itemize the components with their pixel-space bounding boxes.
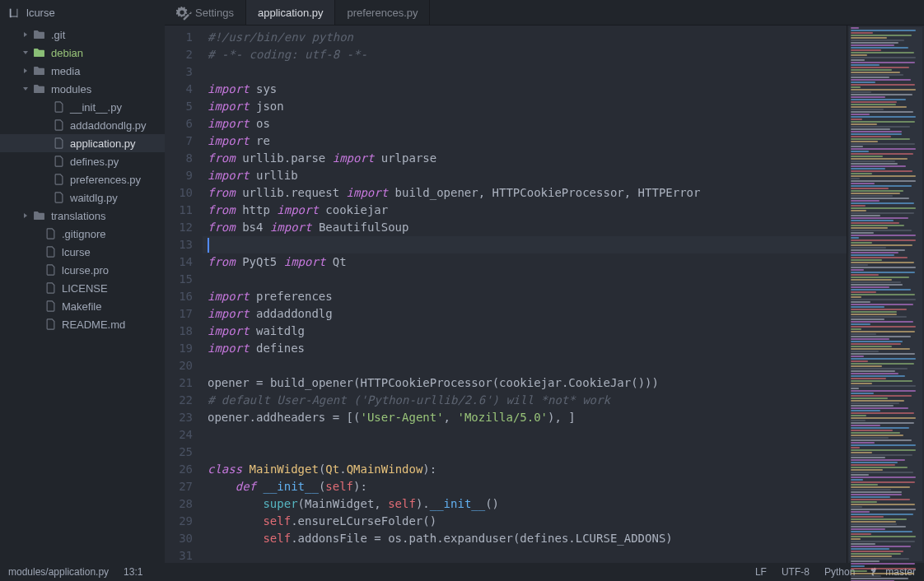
code-line[interactable] (203, 444, 847, 461)
code-line[interactable]: self.ensureLCurseFolder() (203, 513, 847, 530)
chevron-icon (21, 211, 30, 221)
tree-item[interactable]: README.md (0, 315, 165, 333)
code-line[interactable]: from PyQt5 import Qt (203, 253, 847, 271)
code-line[interactable]: from http import cookiejar (203, 202, 847, 219)
folder-icon (33, 66, 45, 76)
chevron-icon (41, 156, 51, 166)
tab-label: application.py (258, 7, 324, 19)
settings-icon (176, 7, 189, 18)
tree-item-label: LICENSE (62, 282, 108, 295)
tree-item[interactable]: defines.py (0, 152, 165, 170)
folder-icon (33, 211, 45, 221)
chevron-icon (33, 301, 43, 311)
status-cursor-pos[interactable]: 13:1 (124, 566, 142, 578)
tree-item[interactable]: addaddondlg.py (0, 116, 165, 134)
file-icon (54, 101, 64, 113)
code-line[interactable]: #!/usr/bin/env python (203, 29, 847, 46)
code-line[interactable]: import re (203, 132, 847, 150)
file-tree-sidebar: lcurse .gitdebianmediamodules__init__.py… (0, 0, 165, 563)
code-line[interactable]: def __init__(self): (203, 478, 847, 495)
code-line[interactable]: import addaddondlg (203, 305, 847, 323)
file-icon (45, 318, 56, 330)
editor-tab[interactable]: preferences.py (335, 0, 430, 25)
tree-item-label: translations (51, 210, 105, 222)
chevron-icon (33, 247, 43, 257)
status-file-path[interactable]: modules/application.py (8, 566, 109, 578)
code-line[interactable]: import json (203, 98, 847, 115)
chevron-icon (41, 120, 51, 130)
chevron-icon (33, 319, 43, 329)
tree-item[interactable]: modules (0, 80, 165, 98)
code-line[interactable]: import os (203, 115, 847, 132)
file-icon (45, 246, 56, 258)
tree-item[interactable]: waitdlg.py (0, 188, 165, 207)
code-line[interactable]: super(MainWidget, self).__init__() (203, 495, 847, 513)
code-line[interactable] (203, 271, 847, 288)
status-bar: modules/application.py 13:1 LF UTF-8 Pyt… (0, 563, 924, 581)
tree-item[interactable]: .gitignore (0, 225, 165, 243)
file-icon (54, 119, 64, 131)
code-line[interactable]: from urllib.request import build_opener,… (203, 184, 847, 202)
code-line[interactable]: class MainWidget(Qt.QMainWindow): (203, 461, 847, 478)
tree-item[interactable]: preferences.py (0, 170, 165, 188)
code-line[interactable]: import preferences (203, 288, 847, 305)
file-icon (54, 156, 64, 167)
project-header[interactable]: lcurse (0, 0, 165, 26)
tree-item[interactable]: Makefile (0, 297, 165, 315)
status-eol[interactable]: LF (755, 566, 767, 578)
tree-item-label: application.py (70, 137, 136, 150)
tree-item[interactable]: media (0, 62, 165, 80)
code-area[interactable]: #!/usr/bin/env python# -*- coding: utf-8… (203, 26, 847, 563)
tree-item-label: .git (51, 29, 65, 41)
tree-item-label: waitdlg.py (70, 192, 118, 204)
minimap[interactable] (847, 26, 924, 563)
file-icon (54, 174, 64, 185)
line-number-gutter: 1234567891011121314151617181920212223242… (165, 26, 203, 563)
code-line[interactable] (203, 236, 847, 253)
code-line[interactable]: self.addonsFile = os.path.expanduser(def… (203, 530, 847, 547)
tree-item[interactable]: .git (0, 26, 165, 44)
chevron-icon (21, 48, 30, 58)
tree-item-label: lcurse.pro (62, 264, 109, 277)
file-tree: .gitdebianmediamodules__init__.pyaddaddo… (0, 26, 165, 563)
tree-item[interactable]: lcurse.pro (0, 261, 165, 279)
tree-item-label: media (51, 65, 80, 77)
tree-item[interactable]: lcurse (0, 243, 165, 261)
code-line[interactable]: # -*- coding: utf-8 -*- (203, 46, 847, 63)
file-icon (54, 192, 64, 203)
tab-label: preferences.py (347, 7, 418, 19)
status-encoding[interactable]: UTF-8 (782, 566, 810, 578)
code-line[interactable] (203, 63, 847, 81)
editor-tab[interactable]: Settings (165, 0, 246, 25)
chevron-icon (33, 229, 43, 239)
code-line[interactable] (203, 357, 847, 374)
code-line[interactable]: from bs4 import BeautifulSoup (203, 219, 847, 236)
code-line[interactable]: from urllib.parse import urlparse (203, 150, 847, 167)
editor-tab[interactable]: application.py (246, 0, 336, 25)
folder-icon (33, 48, 45, 58)
code-line[interactable]: import defines (203, 340, 847, 357)
file-icon (45, 300, 56, 312)
code-line[interactable]: import sys (203, 81, 847, 98)
file-icon (45, 228, 56, 239)
code-line[interactable] (203, 426, 847, 444)
chevron-icon (21, 30, 30, 40)
file-icon (45, 282, 56, 294)
tab-bar: Settingsapplication.pypreferences.py (165, 0, 924, 26)
code-line[interactable]: opener = build_opener(HTTPCookieProcesso… (203, 374, 847, 392)
chevron-icon (33, 283, 43, 293)
tree-item[interactable]: debian (0, 44, 165, 62)
code-line[interactable]: opener.addheaders = [('User-Agent', 'Moz… (203, 409, 847, 426)
code-line[interactable]: import waitdlg (203, 323, 847, 340)
tree-item-label: addaddondlg.py (70, 119, 147, 132)
tree-item[interactable]: LICENSE (0, 279, 165, 297)
tree-item-label: defines.py (70, 156, 119, 168)
code-line[interactable] (203, 547, 847, 563)
tree-item[interactable]: __init__.py (0, 98, 165, 116)
tree-item[interactable]: translations (0, 207, 165, 225)
code-line[interactable]: import urllib (203, 167, 847, 184)
tree-item-label: debian (51, 47, 83, 59)
code-editor[interactable]: 1234567891011121314151617181920212223242… (165, 26, 847, 563)
code-line[interactable]: # default User-Agent ('Python-urllib/2.6… (203, 392, 847, 409)
tree-item[interactable]: application.py (0, 134, 165, 152)
